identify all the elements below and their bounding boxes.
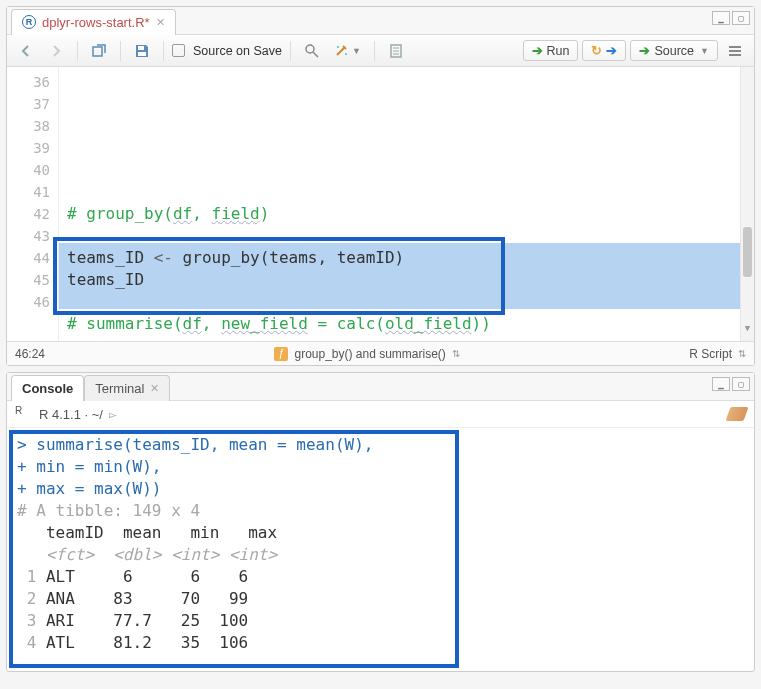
console-info-bar: R R 4.1.1 · ~/ ▻ [7,401,754,428]
svg-rect-0 [93,47,102,56]
file-tab[interactable]: R dplyr-rows-start.R* ✕ [11,9,176,35]
run-button[interactable]: ➔ Run [523,40,579,61]
function-chip-icon: ƒ [274,347,288,361]
scope-selector[interactable]: ƒ group_by() and summarise() ⇅ [274,347,459,361]
back-button[interactable] [13,40,39,62]
console-pane: Console Terminal ✕ ▁ ▢ R R 4.1.1 · ~/ ▻ … [6,372,755,672]
source-arrow-icon: ➔ [639,43,650,58]
separator [77,41,78,61]
console-cmd-line: min = min(W), [36,457,161,476]
compile-report-button[interactable] [383,40,409,62]
svg-rect-2 [138,52,146,56]
svg-rect-1 [138,46,144,50]
source-on-save-checkbox[interactable] [172,44,185,57]
tibble-header: # A tibble: 149 x 4 [17,500,744,522]
r-file-icon: R [22,15,36,29]
console-cmd-line: max = max(W)) [36,479,161,498]
table-row: 2 ANA 83 70 99 [17,588,744,610]
cursor-position: 46:24 [15,347,45,361]
terminal-tab-label: Terminal [95,381,144,396]
pane-window-buttons: ▁ ▢ [712,11,750,25]
language-label: R Script [689,347,732,361]
separator [120,41,121,61]
svg-point-6 [345,53,347,55]
editor-statusbar: 46:24 ƒ group_by() and summarise() ⇅ R S… [7,341,754,365]
scope-label: group_by() and summarise() [294,347,445,361]
rerun-arrow-icon: ➔ [606,43,617,58]
maximize-pane-button[interactable]: ▢ [732,11,750,25]
svg-line-4 [313,52,318,57]
chevron-right-icon[interactable]: ▻ [109,409,117,420]
console-tab[interactable]: Console [11,375,84,401]
svg-point-3 [306,45,314,53]
table-row: 1 ALT 6 6 6 [17,566,744,588]
clear-console-icon[interactable] [725,407,748,421]
code-tools-button[interactable]: ▼ [329,40,366,62]
code-line[interactable] [67,181,754,203]
chevron-down-icon: ▼ [352,46,361,56]
editor-toolbar: Source on Save ▼ ➔ Run ↻ ➔ ➔ Source ▼ [7,35,754,67]
rerun-button[interactable]: ↻ ➔ [582,40,626,61]
updown-icon: ⇅ [452,348,460,359]
table-row: 3 ARI 77.7 25 100 [17,610,744,632]
console-output[interactable]: > summarise(teams_ID, mean = mean(W), + … [7,428,754,671]
close-tab-icon[interactable]: ✕ [156,16,165,29]
save-button[interactable] [129,40,155,62]
code-area[interactable]: ▼ # group_by(df, field) teams_ID <- grou… [59,67,754,341]
r-logo-icon: R [15,405,33,423]
rerun-loop-icon: ↻ [591,43,602,58]
separator [290,41,291,61]
editor-tabbar: R dplyr-rows-start.R* ✕ ▁ ▢ [7,7,754,35]
maximize-pane-button[interactable]: ▢ [732,377,750,391]
console-tab-label: Console [22,381,73,396]
close-tab-icon[interactable]: ✕ [150,382,159,395]
code-line[interactable] [67,335,754,341]
code-line[interactable]: # summarise(df, new_field = calc(old_fie… [67,313,754,335]
forward-button[interactable] [43,40,69,62]
chevron-down-icon: ▼ [700,46,709,56]
terminal-tab[interactable]: Terminal ✕ [84,375,170,401]
find-button[interactable] [299,40,325,62]
code-editor[interactable]: 3637383940414243444546 ▼ # group_by(df, … [7,67,754,341]
source-on-save-label: Source on Save [193,44,282,58]
run-label: Run [547,44,570,58]
run-arrow-icon: ➔ [532,43,543,58]
outline-button[interactable] [722,40,748,62]
minimize-pane-button[interactable]: ▁ [712,377,730,391]
source-button[interactable]: ➔ Source ▼ [630,40,718,61]
r-version-label: R 4.1.1 · ~/ [39,407,103,422]
minimize-pane-button[interactable]: ▁ [712,11,730,25]
editor-pane: R dplyr-rows-start.R* ✕ ▁ ▢ Source on Sa… [6,6,755,366]
table-row: 4 ATL 81.2 35 106 [17,632,744,654]
separator [163,41,164,61]
scrollbar-track[interactable]: ▼ [740,67,754,341]
updown-icon: ⇅ [738,348,746,359]
scroll-down-icon[interactable]: ▼ [741,317,754,339]
console-cmd-line: summarise(teams_ID, mean = mean(W), [36,435,373,454]
table-header: teamID mean min max [17,522,744,544]
svg-point-5 [337,46,339,48]
scrollbar-thumb[interactable] [743,227,752,277]
show-in-new-window-button[interactable] [86,40,112,62]
pane-window-buttons: ▁ ▢ [712,377,750,391]
console-tabbar: Console Terminal ✕ ▁ ▢ [7,373,754,401]
table-types: <fct> <dbl> <int> <int> [17,544,744,566]
line-gutter: 3637383940414243444546 [7,67,59,341]
separator [374,41,375,61]
file-tab-title: dplyr-rows-start.R* [42,15,150,30]
source-label: Source [654,44,694,58]
language-selector[interactable]: R Script ⇅ [689,347,746,361]
code-line[interactable]: # group_by(df, field) [67,203,754,225]
